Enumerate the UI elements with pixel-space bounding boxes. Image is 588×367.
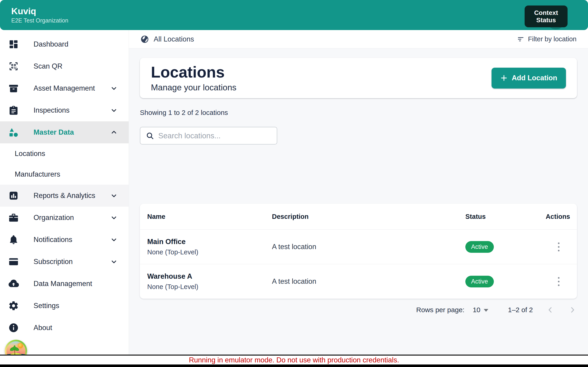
sidebar-item-asset-management[interactable]: Asset Management <box>0 77 129 99</box>
app-header: Kuviq E2E Test Organization Context Stat… <box>0 0 588 30</box>
status-badge: Active <box>465 241 494 253</box>
app-screen: Kuviq E2E Test Organization Context Stat… <box>0 0 588 367</box>
sidebar-item-label: Asset Management <box>34 84 110 92</box>
sidebar-subitem-label: Manufacturers <box>15 170 60 178</box>
search-box <box>140 127 277 144</box>
sidebar-item-organization[interactable]: Organization <box>0 207 129 229</box>
sidebar: Dashboard Scan QR Asset Management <box>0 30 129 367</box>
gear-icon <box>8 300 19 311</box>
globe-icon <box>140 35 149 44</box>
page-header-card: Locations Manage your locations Add Loca… <box>140 58 577 98</box>
chevron-down-icon <box>110 258 118 265</box>
rows-per-page-value: 10 <box>473 306 480 314</box>
chevron-up-icon <box>110 129 118 136</box>
cell-status: Active <box>465 276 534 287</box>
filter-by-location-button[interactable]: Filter by location <box>517 35 577 43</box>
status-badge: Active <box>465 276 494 287</box>
sidebar-item-locations[interactable]: Locations <box>0 143 129 164</box>
row-actions-menu-icon[interactable] <box>556 276 561 287</box>
sidebar-item-manufacturers[interactable]: Manufacturers <box>0 164 129 185</box>
sidebar-item-master-data[interactable]: Master Data <box>0 121 129 143</box>
column-header-actions: Actions <box>546 213 570 220</box>
header-right: Context Status <box>525 0 578 30</box>
chevron-down-icon <box>110 214 118 221</box>
table-row[interactable]: Main Office None (Top-Level) A test loca… <box>140 230 577 264</box>
page-header-text: Locations Manage your locations <box>151 64 236 93</box>
sidebar-item-label: Scan QR <box>34 62 118 70</box>
column-header-status: Status <box>465 213 534 220</box>
caret-down-icon <box>484 309 488 312</box>
search-input[interactable] <box>158 131 271 140</box>
table-row[interactable]: Warehouse A None (Top-Level) A test loca… <box>140 264 577 299</box>
page-content: Locations Manage your locations Add Loca… <box>129 48 588 367</box>
sidebar-item-label: Notifications <box>34 236 110 244</box>
qr-code-icon <box>8 61 19 72</box>
filter-icon <box>517 35 524 43</box>
dashboard-icon <box>8 39 19 50</box>
sidebar-item-label: Inspections <box>34 106 110 115</box>
sidebar-item-label: About <box>34 324 118 332</box>
brand-block: Kuviq E2E Test Organization <box>11 6 68 24</box>
credit-card-icon <box>8 257 19 267</box>
cell-status: Active <box>465 241 534 253</box>
row-actions-menu-icon[interactable] <box>556 241 561 253</box>
add-location-button[interactable]: Add Location <box>492 68 566 89</box>
cell-description: A test location <box>272 243 465 251</box>
clipboard-icon <box>8 105 19 116</box>
chevron-down-icon <box>110 107 118 114</box>
rows-per-page-select[interactable]: 10 <box>473 306 488 314</box>
sidebar-item-label: Organization <box>34 214 110 222</box>
sidebar-item-scan-qr[interactable]: Scan QR <box>0 55 129 77</box>
bell-icon <box>8 234 19 245</box>
location-name: Main Office <box>147 238 272 246</box>
main-area: All Locations Filter by location Locatio… <box>129 30 588 367</box>
bar-chart-icon <box>8 190 19 201</box>
sidebar-item-inspections[interactable]: Inspections <box>0 99 129 121</box>
location-topbar: All Locations Filter by location <box>129 30 588 48</box>
sidebar-item-label: Settings <box>34 302 118 310</box>
sidebar-item-data-management[interactable]: Data Management <box>0 273 129 295</box>
rows-per-page-label: Rows per page: <box>416 306 464 314</box>
chevron-down-icon <box>110 192 118 199</box>
sidebar-item-label: Subscription <box>34 258 110 266</box>
sidebar-item-subscription[interactable]: Subscription <box>0 251 129 273</box>
breadcrumb[interactable]: All Locations <box>140 35 194 44</box>
sidebar-item-label: Master Data <box>34 128 110 136</box>
pagination-range: 1–2 of 2 <box>508 306 533 314</box>
pagination-bar: Rows per page: 10 1–2 of 2 <box>140 305 577 315</box>
location-name: Warehouse A <box>147 272 272 281</box>
briefcase-icon <box>8 212 19 223</box>
sidebar-item-label: Data Management <box>34 280 118 288</box>
sidebar-item-about[interactable]: About <box>0 317 129 339</box>
brand-title: Kuviq <box>11 6 68 17</box>
add-location-label: Add Location <box>512 74 557 82</box>
archive-box-icon <box>8 83 19 94</box>
previous-page-button[interactable] <box>546 305 555 315</box>
location-parent: None (Top-Level) <box>147 248 272 256</box>
sidebar-item-settings[interactable]: Settings <box>0 295 129 317</box>
next-page-button[interactable] <box>568 305 577 315</box>
cell-name: Warehouse A None (Top-Level) <box>147 272 272 291</box>
emulator-warning-banner: Running in emulator mode. Do not use wit… <box>0 355 588 367</box>
context-status-button[interactable]: Context Status <box>525 6 568 27</box>
showing-count-text: Showing 1 to 2 of 2 locations <box>140 109 577 117</box>
shapes-icon <box>8 127 19 138</box>
body-row: Dashboard Scan QR Asset Management <box>0 30 588 367</box>
chevron-down-icon <box>110 236 118 243</box>
sidebar-subitem-label: Locations <box>15 150 45 158</box>
cloud-upload-icon <box>8 278 19 289</box>
org-name: E2E Test Organization <box>11 17 68 24</box>
breadcrumb-label: All Locations <box>154 35 194 43</box>
column-header-name: Name <box>147 213 272 220</box>
cell-name: Main Office None (Top-Level) <box>147 238 272 256</box>
plus-icon <box>500 74 508 82</box>
emulator-warning-text: Running in emulator mode. Do not use wit… <box>189 356 399 364</box>
search-icon <box>146 132 154 140</box>
sidebar-item-dashboard[interactable]: Dashboard <box>0 33 129 55</box>
sidebar-item-reports-analytics[interactable]: Reports & Analytics <box>0 185 129 207</box>
sidebar-item-notifications[interactable]: Notifications <box>0 229 129 251</box>
info-icon <box>8 323 19 333</box>
sidebar-item-label: Dashboard <box>34 40 118 48</box>
cell-description: A test location <box>272 277 465 286</box>
cell-actions <box>556 276 561 287</box>
